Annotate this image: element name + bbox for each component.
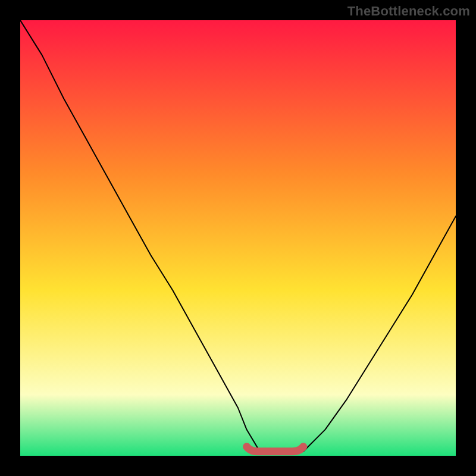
gradient-background [20, 20, 456, 456]
plot-area [20, 20, 456, 456]
chart-frame: TheBottleneck.com [0, 0, 476, 476]
watermark-text: TheBottleneck.com [347, 4, 470, 19]
chart-svg [20, 20, 456, 456]
